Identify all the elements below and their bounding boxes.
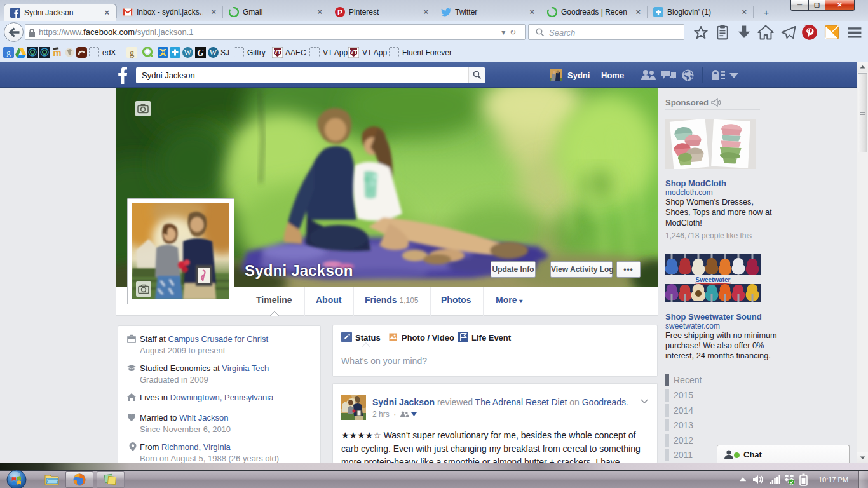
svg-text:g: g <box>130 48 135 58</box>
svg-text:W: W <box>210 48 217 57</box>
svg-text:Sweetwater: Sweetwater <box>695 276 730 283</box>
svg-text:VT: VT <box>350 49 358 55</box>
svg-text:g: g <box>6 48 11 57</box>
svg-text:W: W <box>184 48 192 57</box>
svg-text:P: P <box>337 8 342 17</box>
svg-text:VT: VT <box>274 49 281 55</box>
svg-text:G: G <box>197 48 203 58</box>
